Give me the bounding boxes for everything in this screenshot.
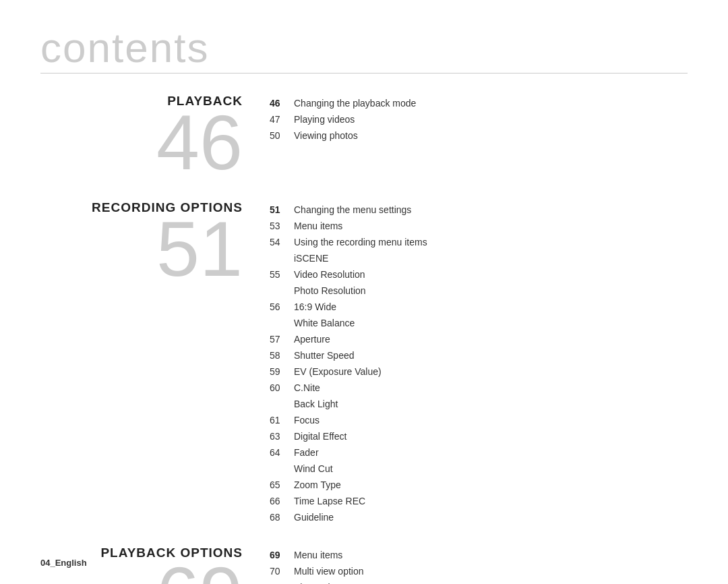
toc-page-number: 61 [270,413,294,428]
toc-item: Back Light [270,397,688,411]
toc-label: 16:9 Wide [294,300,336,314]
toc-page-number: 71 [270,581,294,584]
toc-label: Viewing photos [294,129,358,143]
toc-page-number: 47 [270,113,294,127]
toc-label: Changing the menu settings [294,203,411,217]
toc-page-number: 55 [270,268,294,282]
toc-page-number: 63 [270,430,294,444]
content-area: PLAYBACK4646Changing the playback mode47… [40,94,688,584]
toc-item: 5616:9 Wide [270,300,688,314]
toc-label: C.Nite [294,381,320,395]
toc-label: Menu items [294,219,342,233]
toc-item: 57Aperture [270,332,688,347]
toc-item: 59EV (Exposure Value) [270,365,688,379]
toc-page-number: 66 [270,494,294,508]
footer: 04_English [40,558,87,568]
toc-label: Playing videos [294,113,355,127]
section-playback-options: PLAYBACK OPTIONS6969Menu items70Multi vi… [40,546,688,584]
toc-page-number: 70 [270,564,294,579]
toc-item: 58Shutter Speed [270,349,688,363]
toc-label: Photo Resolution [294,284,366,298]
toc-item: 55Video Resolution [270,268,688,282]
toc-item: 50Viewing photos [270,129,688,143]
toc-page-number: 56 [270,300,294,314]
toc-label: Using the recording menu items [294,235,427,250]
title-divider [40,73,688,74]
toc-label: Menu items [294,548,342,562]
toc-page-number: 68 [270,510,294,525]
section-left-playback: PLAYBACK46 [40,94,270,181]
toc-item: 60C.Nite [270,381,688,395]
footer-text: 04_English [40,558,87,568]
toc-item: White Balance [270,316,688,330]
toc-label: Focus [294,413,320,428]
section-right-recording-options: 51Changing the menu settings53Menu items… [270,200,688,527]
toc-item: 70Multi view option [270,564,688,579]
toc-label: EV (Exposure Value) [294,365,382,379]
toc-label: iSCENE [294,252,328,266]
toc-label: Wind Cut [294,462,333,476]
toc-page-number: 59 [270,365,294,379]
toc-item: 51Changing the menu settings [270,203,688,217]
section-number-playback: 46 [40,104,243,181]
toc-item: Wind Cut [270,462,688,476]
toc-label: Digital Effect [294,430,346,444]
toc-label: Guideline [294,510,334,525]
toc-page-number: 58 [270,349,294,363]
section-playback: PLAYBACK4646Changing the playback mode47… [40,94,688,181]
toc-item: 63Digital Effect [270,430,688,444]
toc-item: 46Changing the playback mode [270,96,688,111]
toc-label: Time Lapse REC [294,494,365,508]
toc-item: 54Using the recording menu items [270,235,688,250]
toc-label: Multi view option [294,564,364,579]
section-right-playback: 46Changing the playback mode47Playing vi… [270,94,688,145]
toc-page-number: 53 [270,219,294,233]
section-recording-options: RECORDING OPTIONS5151Changing the menu s… [40,200,688,527]
toc-label: Play option [294,581,340,584]
toc-item: 61Focus [270,413,688,428]
toc-page-number: 69 [270,548,294,562]
toc-page-number: 46 [270,96,294,111]
toc-item: 68Guideline [270,510,688,525]
title-section: contents [40,27,688,74]
toc-item: iSCENE [270,252,688,266]
section-right-playback-options: 69Menu items70Multi view option71Play op… [270,546,688,584]
toc-label: Fader [294,446,319,460]
section-number-recording-options: 51 [40,210,243,288]
toc-label: Video Resolution [294,268,365,282]
toc-item: 64Fader [270,446,688,460]
toc-item: Photo Resolution [270,284,688,298]
section-left-recording-options: RECORDING OPTIONS51 [40,200,270,288]
page: contents PLAYBACK4646Changing the playba… [0,0,728,584]
toc-item: 65Zoom Type [270,478,688,492]
toc-page-number: 60 [270,381,294,395]
toc-label: Aperture [294,332,330,347]
toc-page-number: 54 [270,235,294,250]
toc-page-number: 65 [270,478,294,492]
toc-label: Shutter Speed [294,349,355,363]
toc-item: 53Menu items [270,219,688,233]
toc-label: White Balance [294,316,355,330]
toc-item: 69Menu items [270,548,688,562]
toc-page-number: 57 [270,332,294,347]
toc-page-number: 50 [270,129,294,143]
toc-label: Back Light [294,397,338,411]
toc-item: 66Time Lapse REC [270,494,688,508]
toc-item: 71Play option [270,581,688,584]
toc-label: Changing the playback mode [294,96,416,111]
toc-page-number: 51 [270,203,294,217]
toc-page-number: 64 [270,446,294,460]
page-title: contents [40,27,688,69]
toc-label: Zoom Type [294,478,341,492]
toc-item: 47Playing videos [270,113,688,127]
